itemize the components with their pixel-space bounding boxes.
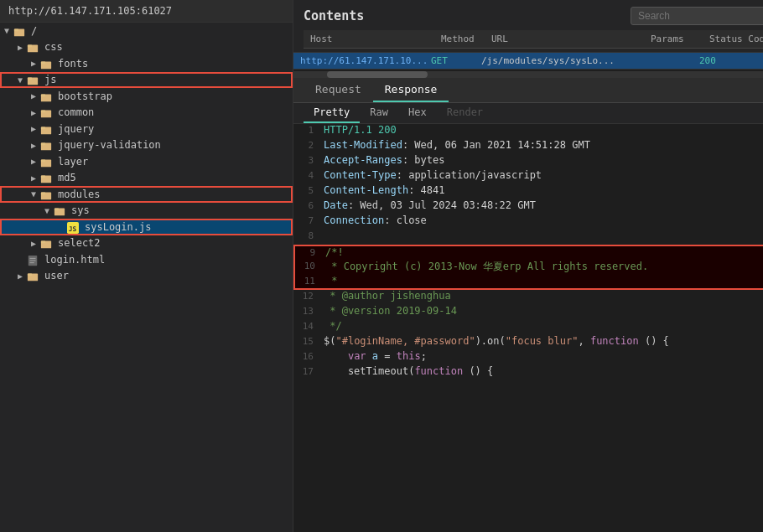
code-line: 8	[293, 230, 763, 245]
line-number: 7	[293, 214, 320, 226]
tree-item-common[interactable]: ▶common	[0, 105, 293, 121]
line-content: * @version 2019-09-14	[320, 305, 763, 317]
code-line: 15$("#loginName, #password").on("focus b…	[293, 335, 763, 350]
tree-item-sys[interactable]: ▼sys	[0, 203, 293, 220]
svg-rect-7	[28, 78, 32, 80]
tree-arrow-icon: ▶	[27, 108, 40, 117]
line-number: 8	[293, 230, 320, 241]
line-number: 14	[293, 320, 320, 332]
tree-item-bootstrap[interactable]: ▶bootstrap	[0, 88, 293, 105]
tree-item-root[interactable]: ▼/	[0, 23, 293, 39]
line-number: 16	[293, 350, 320, 362]
tab-hex[interactable]: Hex	[398, 103, 437, 123]
tree-item-modules[interactable]: ▼modules	[0, 186, 293, 203]
svg-rect-23	[54, 209, 59, 211]
right-panel: Contents Host Method URL Params Status C…	[293, 0, 763, 532]
tree-item-js[interactable]: ▼js	[0, 72, 293, 89]
line-content: * Copyright (c) 2013-Now 华夏erp All right…	[322, 260, 763, 274]
tree-arrow-icon: ▶	[27, 157, 40, 166]
tab-response[interactable]: Response	[373, 78, 449, 102]
code-line: 5Content-Length: 4841	[293, 184, 763, 199]
code-line: 10 * Copyright (c) 2013-Now 华夏erp All ri…	[293, 260, 763, 275]
svg-rect-5	[41, 61, 45, 64]
td-status: 200	[696, 55, 763, 66]
code-line: 16 var a = this;	[293, 350, 763, 365]
file-tree: ▼/▶css▶fonts▼js▶bootstrap▶common▶jquery▶…	[0, 23, 293, 284]
code-line: 2Last-Modified: Wed, 06 Jan 2021 14:51:2…	[293, 139, 763, 154]
tree-item-sysLogin[interactable]: JSsysLogin.js	[0, 219, 293, 235]
tree-item-label: /	[31, 25, 37, 37]
code-line: 14 */	[293, 320, 763, 335]
code-line: 1HTTP/1.1 200	[293, 124, 763, 139]
line-content: /*!	[322, 246, 763, 258]
tree-item-label: user	[44, 270, 69, 281]
tree-item-login[interactable]: login.html	[0, 251, 293, 268]
tree-item-label: js	[44, 74, 56, 85]
tree-item-layer[interactable]: ▶layer	[0, 153, 293, 170]
line-number: 6	[293, 199, 320, 211]
tree-item-md5[interactable]: ▶md5	[0, 170, 293, 187]
line-content: Content-Type: application/javascript	[320, 169, 763, 181]
contents-header: Contents Host Method URL Params Status C…	[293, 0, 763, 53]
line-number: 5	[293, 184, 320, 196]
horizontal-scrollbar[interactable]	[293, 71, 763, 78]
line-number: 15	[293, 335, 320, 347]
code-line: 17 setTimeout(function () {	[293, 365, 763, 380]
tree-item-label: select2	[58, 237, 101, 249]
tree-arrow-icon: ▶	[27, 173, 40, 183]
server-url: http://61.147.171.105:61027	[8, 5, 172, 17]
line-content: * @author jishenghua	[320, 290, 763, 302]
tree-arrow-icon: ▶	[27, 124, 40, 133]
tree-item-user[interactable]: ▶user	[0, 268, 293, 285]
tree-item-label: layer	[58, 156, 88, 168]
tree-arrow-icon: ▶	[27, 239, 40, 248]
line-content: Date: Wed, 03 Jul 2024 03:48:22 GMT	[320, 199, 763, 211]
tree-item-label: modules	[58, 189, 101, 200]
line-content: HTTP/1.1 200	[320, 124, 763, 136]
line-number: 3	[293, 154, 320, 166]
contents-title: Contents	[304, 8, 364, 23]
tree-item-label: sys	[71, 204, 90, 216]
th-status[interactable]: Status Code ▲	[706, 34, 763, 44]
line-number: 12	[293, 290, 320, 302]
svg-rect-19	[41, 176, 45, 178]
tree-item-jquery[interactable]: ▶jquery	[0, 121, 293, 137]
tree-arrow-icon: ▶	[27, 59, 40, 68]
tree-item-jquery-validation[interactable]: ▶jquery-validation	[0, 137, 293, 154]
scrollbar-thumb[interactable]	[327, 71, 428, 78]
svg-rect-33	[28, 274, 32, 276]
line-content: Content-Length: 4841	[320, 184, 763, 196]
search-input[interactable]	[631, 7, 763, 25]
tree-item-fonts[interactable]: ▶fonts	[0, 55, 293, 72]
svg-rect-13	[41, 127, 45, 129]
tree-item-label: jquery	[58, 123, 94, 135]
tree-item-label: login.html	[44, 254, 105, 266]
tab-render: Render	[437, 103, 493, 123]
req-resp-tabs: Request Response ⊞ ≡ ⊟	[293, 78, 763, 103]
tree-arrow-icon: ▶	[27, 141, 40, 150]
tab-pretty[interactable]: Pretty	[304, 103, 360, 123]
tree-arrow-icon: ▼	[40, 206, 54, 215]
code-line: 13 * @version 2019-09-14	[293, 305, 763, 320]
tree-arrow-icon: ▼	[27, 189, 40, 199]
table-row[interactable]: http://61.147.171.10... GET /js/modules/…	[293, 53, 763, 70]
line-content: Accept-Ranges: bytes	[320, 154, 763, 166]
tree-arrow-icon: ▶	[27, 91, 40, 101]
svg-rect-1	[14, 28, 18, 31]
tree-item-select2[interactable]: ▶select2	[0, 235, 293, 252]
tab-request[interactable]: Request	[304, 78, 373, 102]
tree-item-css[interactable]: ▶css	[0, 39, 293, 56]
svg-rect-3	[28, 45, 32, 48]
svg-rect-15	[41, 143, 45, 146]
svg-rect-17	[41, 159, 45, 162]
tree-item-label: common	[58, 106, 94, 118]
tree-header: http://61.147.171.105:61027	[0, 0, 293, 23]
svg-rect-9	[41, 94, 45, 96]
code-line: 3Accept-Ranges: bytes	[293, 154, 763, 169]
td-url: /js/modules/sys/sysLo...	[478, 55, 637, 66]
tree-item-label: css	[44, 41, 63, 53]
svg-rect-21	[41, 192, 45, 194]
line-number: 4	[293, 169, 320, 181]
tab-raw[interactable]: Raw	[360, 103, 398, 123]
tree-item-label: md5	[58, 172, 76, 183]
